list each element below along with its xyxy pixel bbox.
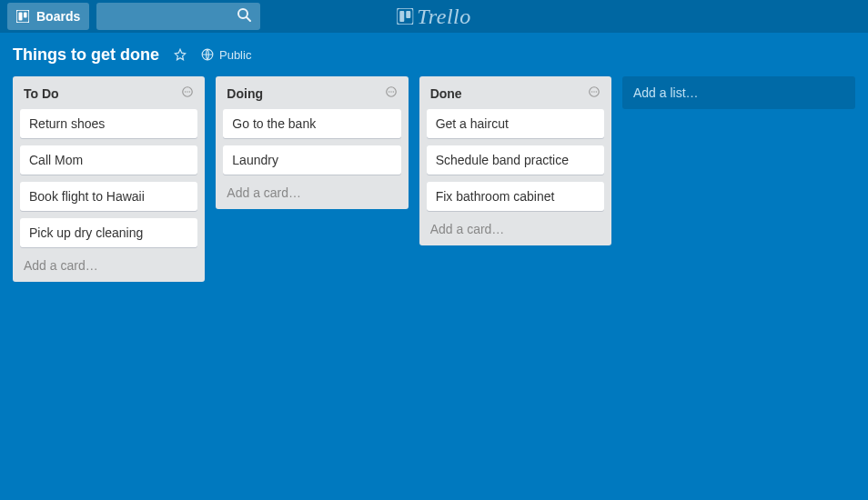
svg-point-12 [189, 91, 190, 92]
board-header: Things to get done Public [0, 33, 868, 76]
add-card-button[interactable]: Add a card… [427, 218, 604, 236]
svg-rect-0 [16, 10, 29, 23]
brand-text: Trello [417, 5, 470, 29]
ellipsis-icon [588, 85, 601, 102]
add-card-button[interactable]: Add a card… [223, 182, 400, 200]
boards-button[interactable]: Boards [7, 3, 89, 30]
boards-button-label: Boards [36, 9, 80, 24]
list-name[interactable]: To Do [24, 86, 59, 101]
visibility-label: Public [219, 48, 251, 62]
card[interactable]: Pick up dry cleaning [20, 218, 197, 247]
brand-icon [397, 8, 413, 25]
card[interactable]: Book flight to Hawaii [20, 182, 197, 211]
globe-icon [201, 48, 214, 61]
brand-logo[interactable]: Trello [397, 5, 470, 29]
star-button[interactable] [174, 48, 187, 61]
list-header: Done [427, 84, 604, 102]
star-icon [174, 48, 187, 61]
svg-line-4 [247, 17, 250, 21]
search-input[interactable] [96, 3, 260, 30]
svg-point-15 [390, 91, 391, 92]
ellipsis-icon [385, 85, 398, 102]
add-card-button[interactable]: Add a card… [20, 255, 197, 273]
svg-point-10 [185, 91, 186, 92]
list-doing: Doing Go to the bank Laundry Add a card… [216, 76, 408, 209]
svg-point-16 [392, 91, 393, 92]
list-header: Doing [223, 84, 400, 102]
svg-rect-7 [406, 11, 410, 18]
card[interactable]: Return shoes [20, 109, 197, 138]
top-header: Boards Trello [0, 0, 868, 33]
boards-icon [16, 10, 29, 23]
card[interactable]: Laundry [223, 145, 400, 175]
svg-point-19 [593, 91, 594, 92]
card[interactable]: Go to the bank [223, 109, 400, 138]
search-icon [237, 7, 251, 25]
list-menu-button[interactable] [181, 85, 194, 102]
list-menu-button[interactable] [385, 85, 398, 102]
list-menu-button[interactable] [588, 85, 601, 102]
list-header: To Do [20, 84, 197, 102]
ellipsis-icon [181, 85, 194, 102]
svg-point-14 [389, 91, 389, 92]
svg-point-11 [187, 91, 188, 92]
board-title[interactable]: Things to get done [13, 45, 159, 65]
svg-point-18 [591, 91, 592, 92]
card[interactable]: Get a haircut [427, 109, 604, 138]
visibility-button[interactable]: Public [201, 48, 251, 62]
list-name[interactable]: Done [430, 86, 462, 101]
svg-rect-2 [24, 13, 27, 18]
list-to-do: To Do Return shoes Call Mom Book flight … [13, 76, 205, 282]
svg-rect-6 [399, 11, 404, 22]
card[interactable]: Fix bathroom cabinet [427, 182, 604, 211]
list-name[interactable]: Doing [227, 86, 263, 101]
svg-rect-5 [397, 8, 413, 25]
svg-point-20 [596, 91, 597, 92]
board-canvas: To Do Return shoes Call Mom Book flight … [0, 76, 868, 282]
add-list-button[interactable]: Add a list… [622, 76, 855, 109]
card[interactable]: Schedule band practice [427, 145, 604, 175]
card[interactable]: Call Mom [20, 145, 197, 175]
list-done: Done Get a haircut Schedule band practic… [419, 76, 611, 245]
svg-rect-1 [19, 13, 23, 21]
